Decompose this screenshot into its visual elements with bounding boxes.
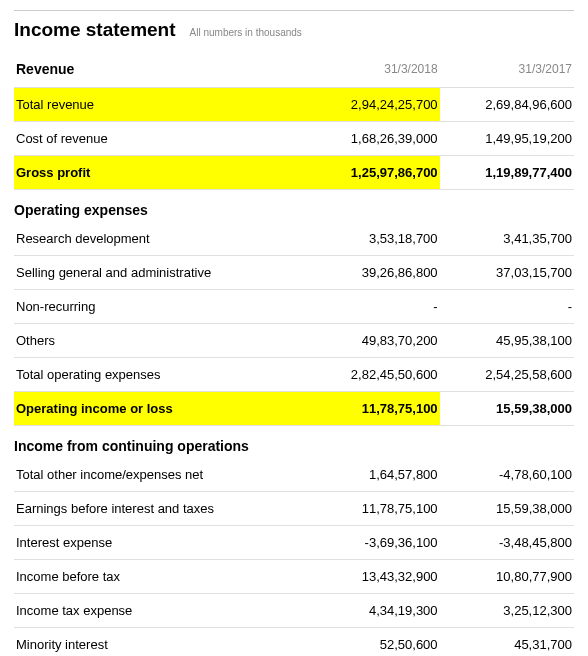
row-value-v2: - bbox=[440, 290, 574, 324]
table-row: Gross profit1,25,97,86,7001,19,89,77,400 bbox=[14, 156, 574, 190]
table-row: Total revenue2,94,24,25,7002,69,84,96,60… bbox=[14, 88, 574, 122]
row-value-v1: 49,83,70,200 bbox=[305, 324, 439, 358]
page-subtitle: All numbers in thousands bbox=[190, 27, 302, 38]
table-row: Non-recurring-- bbox=[14, 290, 574, 324]
row-value-v2: 1,49,95,19,200 bbox=[440, 122, 574, 156]
table-row: Cost of revenue1,68,26,39,0001,49,95,19,… bbox=[14, 122, 574, 156]
table-row: Others49,83,70,20045,95,38,100 bbox=[14, 324, 574, 358]
financial-table: Revenue 31/3/2018 31/3/2017 Total revenu… bbox=[14, 55, 574, 656]
page-header: Income statement All numbers in thousand… bbox=[14, 10, 574, 41]
row-label: Cost of revenue bbox=[14, 122, 305, 156]
contops-header-row: Income from continuing operations bbox=[14, 434, 574, 458]
row-value-v2: 45,31,700 bbox=[440, 628, 574, 657]
row-label: Gross profit bbox=[14, 156, 305, 190]
revenue-header-row: Revenue 31/3/2018 31/3/2017 bbox=[14, 55, 574, 88]
row-value-v2: -4,78,60,100 bbox=[440, 458, 574, 492]
row-label: Interest expense bbox=[14, 526, 305, 560]
table-row: Minority interest52,50,60045,31,700 bbox=[14, 628, 574, 657]
row-value-v1: 39,26,86,800 bbox=[305, 256, 439, 290]
row-value-v1: 11,78,75,100 bbox=[305, 392, 439, 426]
revenue-heading: Revenue bbox=[16, 57, 74, 81]
row-value-v2: 15,59,38,000 bbox=[440, 392, 574, 426]
row-value-v1: 13,43,32,900 bbox=[305, 560, 439, 594]
table-row: Earnings before interest and taxes11,78,… bbox=[14, 492, 574, 526]
table-row: Research development3,53,18,7003,41,35,7… bbox=[14, 222, 574, 256]
opex-heading: Operating expenses bbox=[14, 198, 574, 222]
date-col-2: 31/3/2017 bbox=[440, 55, 574, 88]
row-value-v1: - bbox=[305, 290, 439, 324]
row-value-v1: 1,64,57,800 bbox=[305, 458, 439, 492]
row-label: Research development bbox=[14, 222, 305, 256]
row-label: Earnings before interest and taxes bbox=[14, 492, 305, 526]
row-value-v1: 2,82,45,50,600 bbox=[305, 358, 439, 392]
table-row: Selling general and administrative39,26,… bbox=[14, 256, 574, 290]
opex-header-row: Operating expenses bbox=[14, 198, 574, 222]
table-row: Total operating expenses2,82,45,50,6002,… bbox=[14, 358, 574, 392]
row-label: Minority interest bbox=[14, 628, 305, 657]
row-value-v1: 1,25,97,86,700 bbox=[305, 156, 439, 190]
page-title: Income statement bbox=[14, 19, 176, 41]
table-row: Income tax expense4,34,19,3003,25,12,300 bbox=[14, 594, 574, 628]
row-value-v2: 1,19,89,77,400 bbox=[440, 156, 574, 190]
row-value-v1: 2,94,24,25,700 bbox=[305, 88, 439, 122]
contops-heading: Income from continuing operations bbox=[14, 434, 574, 458]
row-label: Income before tax bbox=[14, 560, 305, 594]
row-value-v1: 1,68,26,39,000 bbox=[305, 122, 439, 156]
row-value-v1: 3,53,18,700 bbox=[305, 222, 439, 256]
row-label: Others bbox=[14, 324, 305, 358]
row-value-v2: -3,48,45,800 bbox=[440, 526, 574, 560]
row-label: Selling general and administrative bbox=[14, 256, 305, 290]
row-value-v2: 45,95,38,100 bbox=[440, 324, 574, 358]
row-label: Total other income/expenses net bbox=[14, 458, 305, 492]
row-value-v2: 10,80,77,900 bbox=[440, 560, 574, 594]
row-value-v2: 37,03,15,700 bbox=[440, 256, 574, 290]
row-value-v2: 2,54,25,58,600 bbox=[440, 358, 574, 392]
row-label: Income tax expense bbox=[14, 594, 305, 628]
row-value-v2: 15,59,38,000 bbox=[440, 492, 574, 526]
row-value-v1: 52,50,600 bbox=[305, 628, 439, 657]
row-label: Operating income or loss bbox=[14, 392, 305, 426]
table-row: Operating income or loss11,78,75,10015,5… bbox=[14, 392, 574, 426]
row-value-v2: 3,41,35,700 bbox=[440, 222, 574, 256]
income-statement: Income statement All numbers in thousand… bbox=[0, 0, 588, 656]
table-row: Interest expense-3,69,36,100-3,48,45,800 bbox=[14, 526, 574, 560]
row-label: Total revenue bbox=[14, 88, 305, 122]
row-value-v1: 11,78,75,100 bbox=[305, 492, 439, 526]
row-label: Total operating expenses bbox=[14, 358, 305, 392]
row-label: Non-recurring bbox=[14, 290, 305, 324]
table-row: Income before tax13,43,32,90010,80,77,90… bbox=[14, 560, 574, 594]
row-value-v1: -3,69,36,100 bbox=[305, 526, 439, 560]
row-value-v1: 4,34,19,300 bbox=[305, 594, 439, 628]
row-value-v2: 3,25,12,300 bbox=[440, 594, 574, 628]
table-row: Total other income/expenses net1,64,57,8… bbox=[14, 458, 574, 492]
date-col-1: 31/3/2018 bbox=[305, 55, 439, 88]
row-value-v2: 2,69,84,96,600 bbox=[440, 88, 574, 122]
